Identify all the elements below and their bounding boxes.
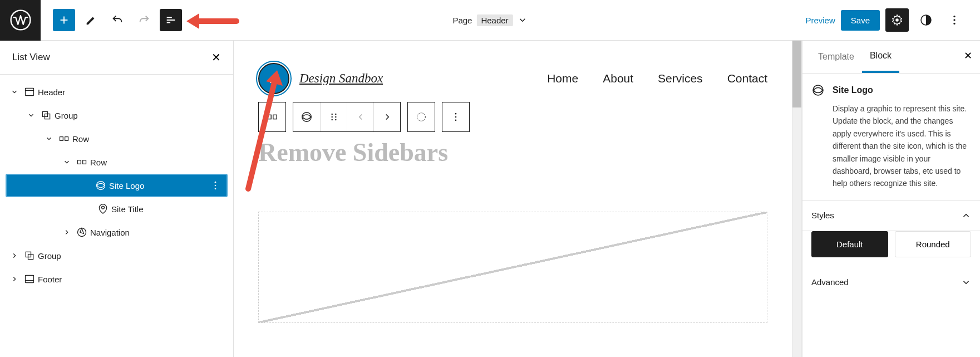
tree-item-footer[interactable]: Footer (0, 267, 233, 291)
styles-contrast-button[interactable] (914, 8, 938, 32)
svg-point-0 (11, 11, 30, 30)
top-toolbar: Page Header Preview Save (0, 0, 980, 41)
move-right-button[interactable] (373, 102, 400, 131)
chevron-down-icon (961, 277, 971, 287)
redo-button[interactable] (133, 9, 155, 31)
drag-handle[interactable] (320, 102, 347, 131)
site-title-link[interactable]: Design Sandbox (299, 71, 383, 86)
tree-item-options-button[interactable] (210, 180, 221, 191)
editor-canvas-wrap: Design Sandbox Home About Services Conta… (234, 41, 802, 357)
site-logo-icon (811, 84, 825, 97)
list-view-title: List View (12, 52, 50, 63)
close-list-view-button[interactable]: ✕ (211, 51, 221, 64)
image-placeholder[interactable] (258, 212, 767, 323)
svg-point-33 (455, 116, 457, 118)
settings-button[interactable] (885, 8, 909, 32)
group-icon (38, 110, 55, 121)
svg-rect-21 (26, 275, 34, 282)
svg-point-24 (302, 113, 312, 122)
svg-point-27 (331, 119, 333, 121)
style-rounded-button[interactable]: Rounded (895, 231, 972, 257)
svg-point-3 (953, 16, 955, 17)
site-logo-placeholder[interactable] (258, 63, 289, 94)
tree-item-row[interactable]: Row (0, 150, 233, 174)
header-icon (21, 86, 38, 97)
footer-icon (21, 273, 38, 285)
navigation-icon (73, 227, 90, 238)
svg-rect-22 (268, 115, 271, 119)
svg-point-4 (953, 19, 955, 21)
settings-sidebar: Template Block ✕ Site Logo Display a gra… (802, 41, 980, 357)
preview-button[interactable]: Preview (805, 16, 835, 25)
svg-rect-12 (83, 160, 86, 164)
site-logo-icon (92, 180, 109, 191)
svg-point-16 (215, 188, 216, 190)
list-view-button[interactable] (160, 9, 182, 31)
nav-link-contact[interactable]: Contact (727, 72, 767, 85)
svg-point-15 (215, 185, 216, 187)
site-title-icon (95, 203, 111, 214)
row-icon (56, 133, 72, 144)
scrollbar[interactable] (792, 41, 802, 357)
block-options-button[interactable] (442, 102, 469, 131)
scroll-thumb[interactable] (792, 41, 801, 107)
parent-row-button[interactable] (259, 102, 285, 131)
svg-point-32 (455, 113, 457, 115)
primary-navigation: Home About Services Contact (547, 72, 767, 85)
nav-link-home[interactable]: Home (547, 72, 578, 85)
style-default-button[interactable]: Default (811, 231, 888, 257)
tree-item-group[interactable]: Group (0, 104, 233, 127)
svg-point-35 (813, 85, 823, 95)
block-type-button[interactable] (293, 102, 320, 131)
undo-button[interactable] (106, 9, 129, 31)
block-name-heading: Site Logo (833, 85, 873, 95)
tree-item-navigation[interactable]: Navigation (0, 221, 233, 244)
template-name-badge: Header (476, 14, 513, 26)
tree-item-group[interactable]: Group (0, 244, 233, 267)
advanced-accordion[interactable]: Advanced (802, 267, 980, 297)
wordpress-logo[interactable] (0, 0, 41, 41)
svg-rect-23 (273, 115, 277, 119)
tree-item-row[interactable]: Row (0, 127, 233, 150)
close-settings-button[interactable]: ✕ (964, 50, 972, 62)
svg-point-34 (455, 120, 457, 121)
nav-link-about[interactable]: About (603, 72, 633, 85)
svg-rect-9 (60, 137, 63, 141)
svg-rect-11 (78, 160, 81, 164)
svg-point-17 (102, 206, 105, 209)
row-icon (73, 157, 90, 168)
styles-accordion[interactable]: Styles (802, 200, 980, 231)
page-title[interactable]: Remove Sidebars (258, 138, 767, 167)
list-view-panel: List View ✕ Header Group Row Row Site Lo… (0, 41, 234, 357)
tree-item-site-logo[interactable]: Site Logo (6, 174, 228, 197)
svg-point-13 (97, 182, 105, 190)
svg-point-25 (331, 114, 333, 115)
tab-block[interactable]: Block (862, 41, 899, 73)
tree-item-header[interactable]: Header (0, 80, 233, 104)
site-header-row: Design Sandbox Home About Services Conta… (258, 63, 767, 94)
options-menu-button[interactable] (943, 9, 966, 31)
editor-canvas[interactable]: Design Sandbox Home About Services Conta… (234, 41, 792, 357)
chevron-down-icon[interactable] (518, 15, 528, 25)
svg-rect-10 (65, 137, 68, 141)
nav-link-services[interactable]: Services (658, 72, 703, 85)
svg-point-31 (417, 113, 426, 121)
block-toolbar (258, 102, 767, 132)
svg-point-1 (895, 18, 899, 22)
document-title[interactable]: Page Header (452, 14, 527, 26)
svg-point-30 (335, 119, 337, 121)
tab-template[interactable]: Template (810, 42, 862, 72)
save-button[interactable]: Save (841, 10, 880, 31)
svg-point-14 (215, 182, 216, 183)
add-block-button[interactable] (53, 9, 75, 31)
crop-image-button[interactable] (408, 102, 435, 131)
toolbar-right: Preview Save (805, 8, 980, 32)
svg-point-5 (953, 23, 955, 25)
move-left-button[interactable] (347, 102, 373, 131)
edit-tools-button[interactable] (80, 9, 102, 31)
svg-rect-6 (26, 88, 34, 95)
svg-point-28 (335, 114, 337, 115)
toolbar-left (41, 9, 182, 31)
tree-item-site-title[interactable]: Site Title (0, 197, 233, 221)
svg-point-26 (331, 116, 333, 118)
